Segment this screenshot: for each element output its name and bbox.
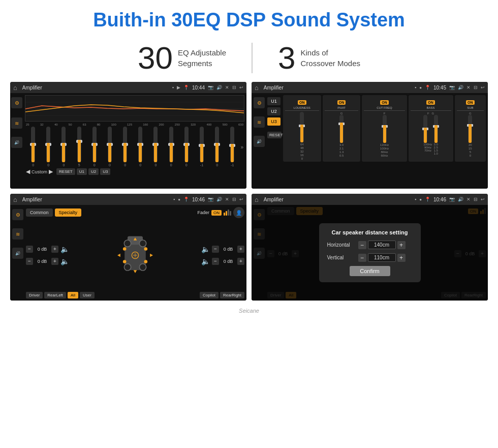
eq-slider-8[interactable]: 0 (133, 127, 147, 167)
eq-slider-7[interactable]: 0 (118, 127, 132, 167)
sp-plus-3[interactable]: + (237, 246, 244, 253)
eq-slider-11[interactable]: 0 (179, 127, 194, 167)
vertical-minus-btn[interactable]: − (358, 254, 366, 262)
eq-slider-2[interactable]: 0 (41, 127, 55, 167)
sp-plus-2[interactable]: + (51, 258, 58, 265)
sp-minus-1[interactable]: − (26, 246, 33, 253)
window-icon-4[interactable]: ⊟ (474, 197, 478, 202)
eq-u3-btn[interactable]: U3 (100, 168, 110, 175)
eq-slider-3[interactable]: 0 (56, 127, 71, 167)
loudness-on-badge[interactable]: ON (298, 100, 306, 105)
confirm-button[interactable]: Confirm (350, 266, 390, 276)
eq-icon-wave[interactable]: ≋ (11, 117, 22, 129)
sp-minus-3[interactable]: − (212, 246, 219, 253)
sp-copilot-btn[interactable]: Copilot (200, 292, 219, 298)
sp-icon-wave[interactable]: ≋ (12, 228, 23, 240)
cross-icon-filter[interactable]: ⚙ (254, 97, 265, 108)
window-icon-2[interactable]: ⊟ (474, 85, 478, 90)
eq-expand-icon[interactable]: » (240, 144, 243, 150)
sp-user-btn[interactable]: User (80, 292, 95, 298)
sp-rearright-btn[interactable]: RearRight (220, 292, 244, 298)
volume-icon-1[interactable]: 🔊 (216, 85, 222, 90)
sub-on-badge[interactable]: ON (466, 100, 475, 105)
bass-on-badge[interactable]: ON (426, 100, 435, 105)
window-icon-3[interactable]: ⊟ (232, 197, 236, 202)
watermark: Seicane (0, 306, 498, 316)
vertical-plus-btn[interactable]: + (397, 254, 406, 262)
play-icon-1[interactable]: ▶ (177, 85, 180, 90)
camera-icon-2[interactable]: 📷 (449, 85, 455, 90)
eq-play-fwd[interactable]: ▶ (49, 168, 53, 175)
sp-tab-common[interactable]: Common (26, 208, 53, 217)
eq-slider-10[interactable]: 0 (164, 127, 178, 167)
eq-slider-6[interactable]: 0 (103, 127, 117, 167)
eq-custom-label: Custom (32, 169, 47, 174)
home-icon-2[interactable]: ⌂ (255, 84, 259, 92)
horizontal-plus-btn[interactable]: + (397, 241, 406, 249)
sp-db-row-4: 🔈 − 0 dB + (201, 257, 244, 265)
cutfreq-on-badge[interactable]: ON (380, 100, 389, 105)
eq-u1-btn[interactable]: U1 (77, 168, 87, 175)
eq-slider-5[interactable]: 0 (87, 127, 102, 167)
window-icon-1[interactable]: ⊟ (232, 85, 236, 90)
eq-slider-12[interactable]: -1 (195, 127, 209, 167)
sp-icon-filter[interactable]: ⚙ (12, 209, 23, 220)
back-icon-4[interactable]: ↩ (481, 197, 485, 202)
cross-icon-wave[interactable]: ≋ (254, 116, 265, 128)
svg-point-12 (144, 260, 148, 263)
sp-minus-2[interactable]: − (26, 258, 33, 265)
x-icon-1[interactable]: ✕ (225, 85, 229, 90)
svg-marker-18 (117, 253, 120, 257)
sp-icon-speaker[interactable]: 🔊 (12, 248, 23, 259)
eq-slider-13[interactable]: 0 (210, 127, 224, 167)
horizontal-minus-btn[interactable]: − (358, 241, 366, 249)
x-icon-3[interactable]: ✕ (225, 197, 229, 202)
home-icon-1[interactable]: ⌂ (13, 84, 17, 92)
eq-icon-speaker[interactable]: 🔊 (11, 137, 22, 148)
sp-rearleft-btn[interactable]: RearLeft (44, 292, 66, 298)
eq-slider-1[interactable]: 0 (26, 127, 40, 167)
volume-icon-4[interactable]: 🔊 (458, 197, 463, 202)
volume-icon-3[interactable]: 🔊 (216, 197, 222, 202)
back-icon-3[interactable]: ↩ (239, 197, 243, 202)
eq-u2-btn[interactable]: U2 (88, 168, 99, 175)
volume-icon-2[interactable]: 🔊 (458, 85, 463, 90)
home-icon-3[interactable]: ⌂ (13, 196, 17, 203)
cross-u2-btn[interactable]: U2 (267, 107, 281, 115)
eq-reset-btn[interactable]: RESET (56, 168, 75, 175)
back-icon-1[interactable]: ↩ (239, 85, 243, 90)
horizontal-val-box: − 140cm + (358, 241, 406, 249)
camera-icon-1[interactable]: 📷 (208, 85, 213, 90)
dot-icon-3: ● (178, 197, 180, 202)
sp-person-icon[interactable]: 👤 (233, 207, 244, 218)
location-icon-2: 📍 (425, 85, 430, 90)
eq-slider-4[interactable]: 5 (72, 127, 86, 167)
sub-label: SUB (457, 106, 484, 109)
eq-slider-9[interactable]: 0 (148, 127, 163, 167)
freq-label: 80 (97, 123, 101, 126)
sp-tab-specialty[interactable]: Specialty (55, 208, 82, 217)
camera-icon-3[interactable]: 📷 (208, 197, 213, 202)
sp-minus-4[interactable]: − (212, 258, 219, 265)
sp-fader-bars (224, 210, 231, 216)
sp-fader-on[interactable]: ON (211, 210, 222, 216)
sp-driver-btn[interactable]: Driver (26, 292, 43, 298)
cross-icon-speaker[interactable]: 🔊 (254, 136, 265, 147)
eq-play-back[interactable]: ◀ (26, 168, 30, 175)
back-icon-2[interactable]: ↩ (481, 85, 485, 90)
horizontal-value[interactable]: 140cm (368, 241, 396, 249)
cross-u3-btn[interactable]: U3 (267, 117, 281, 126)
home-icon-4[interactable]: ⌂ (255, 196, 259, 203)
camera-icon-4[interactable]: 📷 (449, 197, 455, 202)
phat-on-badge[interactable]: ON (337, 100, 346, 105)
eq-icon-filter[interactable]: ⚙ (11, 97, 22, 108)
x-icon-2[interactable]: ✕ (466, 85, 471, 90)
eq-slider-14[interactable]: -1 (225, 127, 239, 167)
x-icon-4[interactable]: ✕ (466, 197, 471, 202)
sp-plus-1[interactable]: + (51, 246, 58, 253)
cross-u1-btn[interactable]: U1 (267, 97, 281, 105)
vertical-value[interactable]: 110cm (368, 253, 396, 262)
cross-reset-btn[interactable]: RESET (267, 132, 282, 138)
sp-all-btn[interactable]: All (68, 292, 78, 298)
sp-plus-4[interactable]: + (237, 258, 244, 265)
